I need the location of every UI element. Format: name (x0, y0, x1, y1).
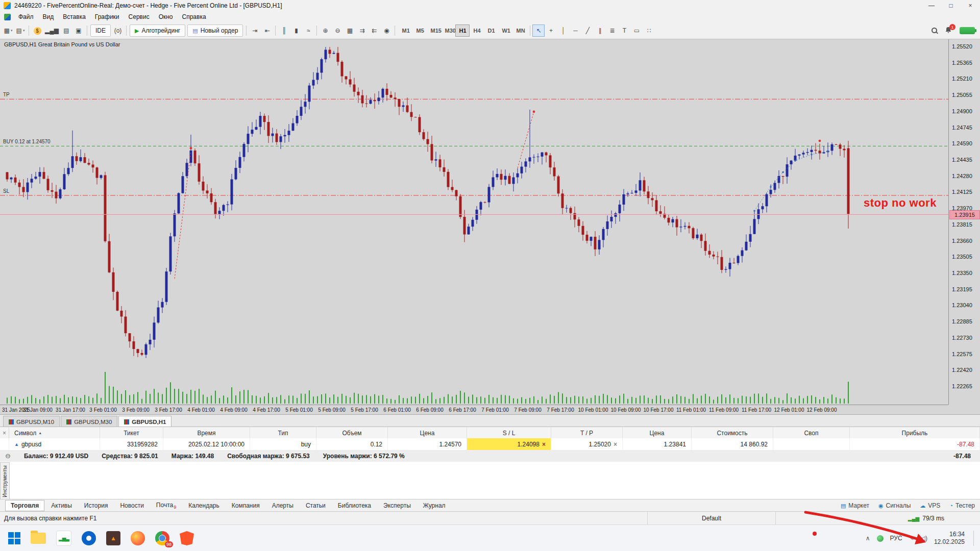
column-header-9[interactable]: Стоимость (692, 427, 773, 439)
close-button[interactable]: × (961, 0, 980, 11)
new-order-button[interactable]: ▤Новый ордер (187, 24, 243, 37)
language-indicator[interactable]: РУС (890, 535, 902, 542)
column-header-11[interactable]: Прибыль (850, 427, 980, 439)
firefox-icon[interactable] (131, 531, 145, 545)
app-blue-icon[interactable] (82, 531, 96, 545)
text-tool-icon[interactable]: T (618, 24, 630, 37)
bars-mode-icon[interactable]: ║ (278, 24, 290, 37)
new-chart-icon[interactable]: ▦▾ (2, 24, 14, 37)
timeframe-m15[interactable]: M15 (427, 24, 441, 37)
toolbox-tab-mail[interactable]: Почта9 (151, 499, 182, 512)
tile-windows-icon[interactable]: ▦ (344, 24, 356, 37)
timeframe-m30[interactable]: M30 (441, 24, 455, 37)
show-desktop-button[interactable] (973, 531, 976, 546)
fibonacci-icon[interactable]: ≣ (606, 24, 618, 37)
chart-shift-icon[interactable]: ⇤ (261, 24, 273, 37)
collapse-icon[interactable]: ⊖ (5, 452, 11, 460)
sl-remove-button[interactable]: × (542, 441, 546, 448)
time-axis[interactable]: 31 Jan 202531 Jan 09:0031 Jan 17:003 Feb… (0, 405, 948, 415)
horizontal-line-icon[interactable]: ─ (569, 24, 581, 37)
panel-signals-button[interactable]: ◉Сигналы (878, 502, 911, 509)
metatrader-orange-icon[interactable]: ▲ (106, 531, 120, 545)
toolbox-tab-calendar[interactable]: Календарь (183, 500, 225, 511)
panel-market-button[interactable]: ▤Маркет (841, 502, 869, 509)
menu-item-service[interactable]: Сервис (124, 12, 154, 21)
menu-item-window[interactable]: Окно (154, 12, 178, 21)
metatrader-green-icon[interactable]: ▂▅▃ (56, 531, 71, 546)
column-header-5[interactable]: Цена (388, 427, 467, 439)
toolbox-tab-history[interactable]: История (79, 500, 114, 511)
cursor-icon[interactable]: ↖ (532, 24, 545, 37)
toolbox-tab-news[interactable]: Новости (114, 500, 149, 511)
toolbox-tab-alerts[interactable]: Алерты (266, 500, 299, 511)
crosshair-icon[interactable]: + (545, 24, 557, 37)
column-header-3[interactable]: Тип (250, 427, 316, 439)
candles-mode-icon[interactable]: ▮ (290, 24, 302, 37)
rectangle-tool-icon[interactable]: ▭ (630, 24, 643, 37)
maximize-button[interactable]: □ (941, 0, 961, 11)
channel-icon[interactable]: ∥ (594, 24, 606, 37)
panel-vps-button[interactable]: ☁VPS (920, 502, 940, 509)
search-icon[interactable] (931, 27, 938, 34)
toolbox-panel-icon[interactable]: ▣ (72, 24, 85, 37)
minimize-button[interactable]: — (922, 0, 941, 11)
market-watch-icon[interactable]: $ (31, 24, 43, 37)
column-header-7[interactable]: T / P (551, 427, 623, 439)
timeframe-h1[interactable]: H1 (455, 24, 470, 37)
timeframe-mn[interactable]: MN (512, 24, 527, 37)
pen-tray-icon[interactable]: ✎ (909, 535, 914, 542)
timeframe-m1[interactable]: M1 (398, 24, 412, 37)
column-header-0[interactable]: Символ▲ (9, 427, 100, 439)
column-header-4[interactable]: Объем (316, 427, 388, 439)
chart-tab-gbpusd-h1[interactable]: GBPUSD,H1 (118, 416, 172, 427)
menu-item-charts[interactable]: Графики (90, 12, 124, 21)
toolbox-close-button[interactable]: × (0, 427, 9, 439)
column-header-2[interactable]: Время (163, 427, 250, 439)
indicator-list-icon[interactable]: ⇇ (368, 24, 380, 37)
chart-tab-gbpusd-m10[interactable]: GBPUSD,M10 (3, 416, 60, 427)
column-header-10[interactable]: Своп (773, 427, 850, 439)
notifications-bell-icon[interactable]: 1 (944, 26, 953, 35)
zoom-in-icon[interactable]: ⊕ (319, 24, 331, 37)
timeframe-w1[interactable]: W1 (498, 24, 512, 37)
start-button[interactable] (8, 532, 20, 544)
antivirus-tray-icon[interactable] (877, 535, 884, 542)
menu-item-insert[interactable]: Вставка (58, 12, 90, 21)
chart-profiles-icon[interactable]: ▤▾ (14, 24, 27, 37)
autoscroll-icon[interactable]: ⇥ (249, 24, 261, 37)
tray-chevron-icon[interactable]: ∧ (866, 535, 870, 542)
chart-tab-gbpusd-m30[interactable]: GBPUSD,M30 (61, 416, 117, 427)
toolbox-tab-assets[interactable]: Активы (45, 500, 78, 511)
instruments-side-tab[interactable]: Инструменты (0, 462, 10, 500)
brave-icon[interactable] (180, 531, 194, 545)
toolbox-tab-journal[interactable]: Журнал (418, 500, 451, 511)
screenshot-icon[interactable]: ◉ (380, 24, 393, 37)
column-header-6[interactable]: S / L (467, 427, 551, 439)
ide-button[interactable]: IDE (90, 24, 111, 37)
toolbox-tab-library[interactable]: Библиотека (332, 500, 377, 511)
speaker-tray-icon[interactable]: ◁) (921, 535, 927, 542)
menu-item-view[interactable]: Вид (38, 12, 59, 21)
taskbar-clock[interactable]: 16:34 12.02.2025 (934, 531, 965, 546)
toolbox-tab-articles[interactable]: Статьи (300, 500, 331, 511)
timeframe-m5[interactable]: M5 (412, 24, 427, 37)
timeframe-d1[interactable]: D1 (484, 24, 498, 37)
explorer-icon[interactable] (31, 533, 46, 544)
trade-table-row[interactable]: ▲gbpusd3319592822025.02.12 10:00:00buy0.… (0, 438, 980, 450)
tp-remove-button[interactable]: × (614, 441, 617, 448)
line-mode-icon[interactable]: ≈ (302, 24, 314, 37)
indicators-icon[interactable]: ⇉ (356, 24, 368, 37)
vertical-line-icon[interactable]: │ (557, 24, 569, 37)
navigator-icon[interactable]: ▤ (60, 24, 72, 37)
candlestick-chart[interactable] (0, 39, 948, 405)
menu-item-file[interactable]: Файл (14, 12, 38, 21)
column-header-1[interactable]: Тикет (100, 427, 163, 439)
toolbox-tab-company[interactable]: Компания (226, 500, 265, 511)
price-axis[interactable]: 1.255201.253651.252101.250551.249001.247… (948, 39, 980, 405)
toolbox-tab-experts[interactable]: Эксперты (378, 500, 416, 511)
column-header-8[interactable]: Цена (623, 427, 692, 439)
data-window-icon[interactable]: ▂▄▆ (43, 24, 60, 37)
status-profile[interactable]: Default (647, 512, 776, 525)
objects-menu-icon[interactable]: ∷ (643, 24, 655, 37)
mql-wizard-icon[interactable]: (o) (112, 24, 124, 37)
